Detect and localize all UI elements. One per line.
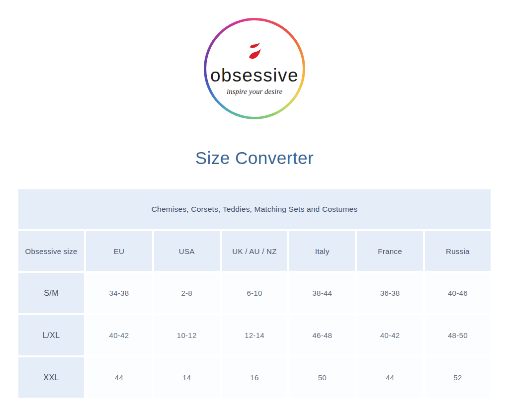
table-cell-lxl-italy: 46-48 xyxy=(289,315,355,355)
size-converter-table: Chemises, Corsets, Teddies, Matching Set… xyxy=(18,189,491,398)
column-header-italy: Italy xyxy=(289,231,355,271)
row-label-sm: S/M xyxy=(18,273,84,313)
column-header-france: France xyxy=(357,231,423,271)
table-cell-xxl-italy: 50 xyxy=(289,357,355,398)
page-title: Size Converter xyxy=(0,146,509,169)
table-cell-lxl-france: 40-42 xyxy=(357,315,423,355)
table-cell-lxl-usa: 10-12 xyxy=(154,315,220,355)
column-header-eu: EU xyxy=(86,231,152,271)
table-cell-lxl-eu: 40-42 xyxy=(86,315,152,355)
table-cell-xxl-russia: 52 xyxy=(425,357,491,398)
table-cell-sm-italy: 38-44 xyxy=(289,273,355,313)
column-header-obsessive-size: Obsessive size xyxy=(18,231,84,271)
column-header-russia: Russia xyxy=(425,231,491,271)
table-cell-sm-usa: 2-8 xyxy=(154,273,220,313)
table-cell-sm-russia: 40-46 xyxy=(425,273,491,313)
table-cell-xxl-eu: 44 xyxy=(86,357,152,398)
brand-logo: obsessive inspire your desire xyxy=(204,18,305,119)
brand-wordmark: obsessive xyxy=(210,66,299,84)
column-header-uk-au-nz: UK / AU / NZ xyxy=(222,231,287,271)
size-converter-page: obsessive inspire your desire Size Conve… xyxy=(0,18,509,398)
column-header-usa: USA xyxy=(154,231,220,271)
table-cell-xxl-uk-au-nz: 16 xyxy=(222,357,287,398)
table-cell-sm-eu: 34-38 xyxy=(86,273,152,313)
row-label-xxl: XXL xyxy=(18,357,84,398)
table-banner: Chemises, Corsets, Teddies, Matching Set… xyxy=(18,189,491,229)
table-cell-xxl-usa: 14 xyxy=(154,357,220,398)
logo-content: obsessive inspire your desire xyxy=(204,18,305,119)
table-cell-lxl-russia: 48-50 xyxy=(425,315,491,355)
brand-tagline: inspire your desire xyxy=(227,87,282,96)
row-label-lxl: L/XL xyxy=(18,315,84,355)
table-cell-lxl-uk-au-nz: 12-14 xyxy=(222,315,287,355)
table-cell-xxl-france: 44 xyxy=(357,357,423,398)
table-cell-sm-france: 36-38 xyxy=(357,273,423,313)
flame-icon xyxy=(248,41,261,64)
table-cell-sm-uk-au-nz: 6-10 xyxy=(222,273,287,313)
